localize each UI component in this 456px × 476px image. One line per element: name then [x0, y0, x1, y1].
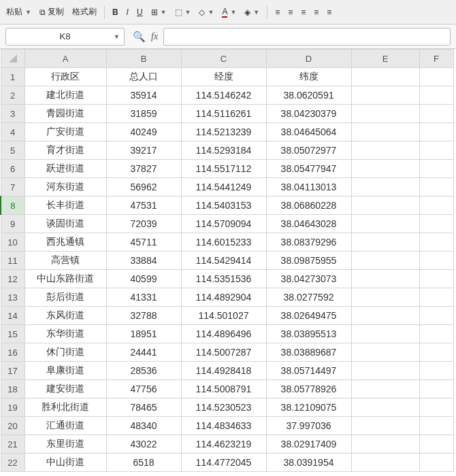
cell-F19[interactable] [419, 398, 453, 417]
row-header-4[interactable]: 4 [1, 123, 25, 141]
cell-C13[interactable]: 114.4892904 [181, 288, 266, 307]
row-header-10[interactable]: 10 [1, 233, 25, 252]
cell-D19[interactable]: 38.12109075 [266, 398, 351, 417]
cell-B9[interactable]: 72039 [106, 215, 181, 233]
borders-button[interactable]: ⊞▼ [148, 3, 170, 21]
cell-D22[interactable]: 38.0391954 [266, 454, 351, 472]
cell-B19[interactable]: 78465 [106, 398, 181, 417]
cell-A16[interactable]: 休门街道 [25, 343, 106, 362]
fill-color-button[interactable]: ◇▼ [195, 3, 217, 21]
row-header-18[interactable]: 18 [1, 380, 25, 398]
cell-F13[interactable] [419, 288, 453, 307]
cell-D15[interactable]: 38.03895513 [266, 325, 351, 343]
cell-F5[interactable] [419, 141, 453, 160]
cell-style-button[interactable]: ◈▼ [241, 3, 263, 21]
row-header-12[interactable]: 12 [1, 270, 25, 288]
col-header-F[interactable]: F [419, 50, 453, 68]
cell-C8[interactable]: 114.5403153 [181, 197, 266, 215]
cell-D6[interactable]: 38.05477947 [266, 160, 351, 178]
cell-F3[interactable] [419, 105, 453, 123]
format-painter-button[interactable]: 格式刷 [69, 3, 100, 21]
cell-B21[interactable]: 43022 [106, 435, 181, 454]
cell-C22[interactable]: 114.4772045 [181, 454, 266, 472]
cell-F18[interactable] [419, 380, 453, 398]
cell-B14[interactable]: 32788 [106, 307, 181, 325]
cell-E2[interactable] [351, 86, 419, 105]
cell-A2[interactable]: 建北街道 [25, 86, 106, 105]
cell-E10[interactable] [351, 233, 419, 252]
cell-B3[interactable]: 31859 [106, 105, 181, 123]
cell-E18[interactable] [351, 380, 419, 398]
cell-A12[interactable]: 中山东路街道 [25, 270, 106, 288]
cell-B13[interactable]: 41331 [106, 288, 181, 307]
cell-E3[interactable] [351, 105, 419, 123]
cell-E16[interactable] [351, 343, 419, 362]
copy-button[interactable]: ⧉复制 [36, 3, 67, 21]
cell-A3[interactable]: 青园街道 [25, 105, 106, 123]
cell-E6[interactable] [351, 160, 419, 178]
cell-C12[interactable]: 114.5351536 [181, 270, 266, 288]
cell-F11[interactable] [419, 252, 453, 270]
align-right-button[interactable]: ≡ [297, 3, 309, 21]
row-header-8[interactable]: 8 [1, 197, 25, 215]
cell-B6[interactable]: 37827 [106, 160, 181, 178]
cell-C10[interactable]: 114.6015233 [181, 233, 266, 252]
cell-A10[interactable]: 西兆通镇 [25, 233, 106, 252]
cell-F6[interactable] [419, 160, 453, 178]
row-header-17[interactable]: 17 [1, 362, 25, 380]
row-header-13[interactable]: 13 [1, 288, 25, 307]
cell-A14[interactable]: 东风街道 [25, 307, 106, 325]
cell-B15[interactable]: 18951 [106, 325, 181, 343]
cell-F21[interactable] [419, 435, 453, 454]
select-all-corner[interactable] [1, 50, 25, 68]
cell-E7[interactable] [351, 178, 419, 197]
cell-D13[interactable]: 38.0277592 [266, 288, 351, 307]
cell-D4[interactable]: 38.04645064 [266, 123, 351, 141]
cell-F22[interactable] [419, 454, 453, 472]
fx-icon[interactable]: fx [151, 31, 158, 42]
align-top-button[interactable]: ≡ [310, 3, 322, 21]
cell-E13[interactable] [351, 288, 419, 307]
cell-E1[interactable] [351, 68, 419, 86]
cell-A19[interactable]: 胜利北街道 [25, 398, 106, 417]
cell-D3[interactable]: 38.04230379 [266, 105, 351, 123]
merge-button[interactable]: ⬚▼ [172, 3, 195, 21]
cell-F14[interactable] [419, 307, 453, 325]
cell-E17[interactable] [351, 362, 419, 380]
cell-D11[interactable]: 38.09875955 [266, 252, 351, 270]
cell-B4[interactable]: 40249 [106, 123, 181, 141]
col-header-E[interactable]: E [351, 50, 419, 68]
cell-F4[interactable] [419, 123, 453, 141]
cell-F20[interactable] [419, 417, 453, 435]
font-color-button[interactable]: A▼ [218, 3, 240, 21]
cell-C20[interactable]: 114.4834633 [181, 417, 266, 435]
cell-F7[interactable] [419, 178, 453, 197]
cell-C7[interactable]: 114.5441249 [181, 178, 266, 197]
cell-E14[interactable] [351, 307, 419, 325]
cell-C15[interactable]: 114.4896496 [181, 325, 266, 343]
cell-A13[interactable]: 彭后街道 [25, 288, 106, 307]
col-header-A[interactable]: A [25, 50, 106, 68]
row-header-6[interactable]: 6 [1, 160, 25, 178]
cell-A4[interactable]: 广安街道 [25, 123, 106, 141]
cell-E21[interactable] [351, 435, 419, 454]
cell-E11[interactable] [351, 252, 419, 270]
cell-A7[interactable]: 河东街道 [25, 178, 106, 197]
cell-C14[interactable]: 114.501027 [181, 307, 266, 325]
row-header-11[interactable]: 11 [1, 252, 25, 270]
cell-F16[interactable] [419, 343, 453, 362]
underline-button[interactable]: U [133, 3, 146, 21]
cell-B11[interactable]: 33884 [106, 252, 181, 270]
cell-D7[interactable]: 38.04113013 [266, 178, 351, 197]
cell-B22[interactable]: 6518 [106, 454, 181, 472]
cell-A22[interactable]: 中山街道 [25, 454, 106, 472]
row-header-22[interactable]: 22 [1, 454, 25, 472]
row-header-5[interactable]: 5 [1, 141, 25, 160]
cell-E9[interactable] [351, 215, 419, 233]
col-header-B[interactable]: B [106, 50, 181, 68]
row-header-7[interactable]: 7 [1, 178, 25, 197]
bold-button[interactable]: B [109, 3, 122, 21]
row-header-21[interactable]: 21 [1, 435, 25, 454]
cell-D2[interactable]: 38.0620591 [266, 86, 351, 105]
row-header-9[interactable]: 9 [1, 215, 25, 233]
